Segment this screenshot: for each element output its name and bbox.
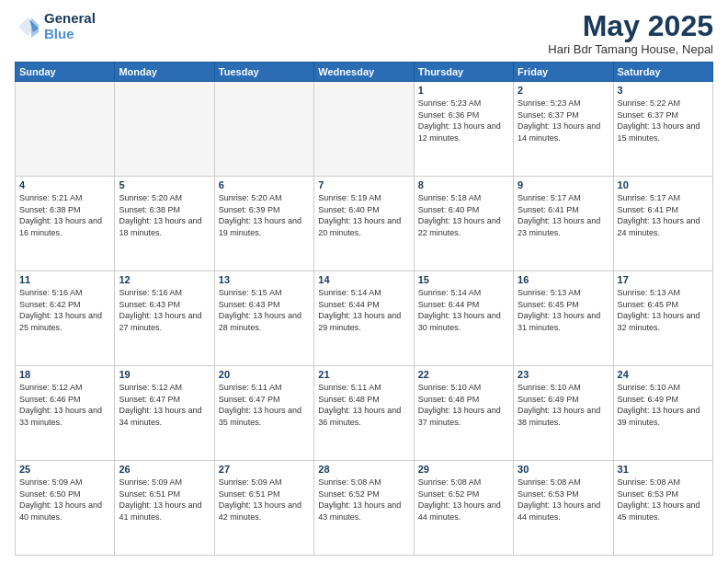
calendar-cell: 3Sunrise: 5:22 AM Sunset: 6:37 PM Daylig… <box>613 82 712 177</box>
day-info: Sunrise: 5:12 AM Sunset: 6:46 PM Dayligh… <box>19 382 110 428</box>
calendar-week-5: 25Sunrise: 5:09 AM Sunset: 6:50 PM Dayli… <box>16 461 713 556</box>
day-number: 15 <box>418 274 509 285</box>
calendar-cell: 25Sunrise: 5:09 AM Sunset: 6:50 PM Dayli… <box>16 461 115 556</box>
day-number: 17 <box>618 274 709 285</box>
day-info: Sunrise: 5:14 AM Sunset: 6:44 PM Dayligh… <box>418 287 509 333</box>
col-tuesday: Tuesday <box>214 63 313 82</box>
logo-line2: Blue <box>44 26 74 41</box>
day-number: 2 <box>518 85 609 96</box>
day-number: 24 <box>618 369 709 380</box>
day-number: 8 <box>418 179 509 190</box>
day-number: 30 <box>518 464 609 475</box>
day-number: 22 <box>418 369 509 380</box>
page: General Blue May 2025 Hari Bdr Tamang Ho… <box>0 0 728 563</box>
calendar-cell: 10Sunrise: 5:17 AM Sunset: 6:41 PM Dayli… <box>613 177 712 271</box>
calendar-cell: 24Sunrise: 5:10 AM Sunset: 6:49 PM Dayli… <box>613 366 712 461</box>
day-info: Sunrise: 5:14 AM Sunset: 6:44 PM Dayligh… <box>318 287 409 333</box>
day-number: 29 <box>418 464 509 475</box>
location-subtitle: Hari Bdr Tamang House, Nepal <box>548 42 713 56</box>
calendar-cell: 4Sunrise: 5:21 AM Sunset: 6:38 PM Daylig… <box>16 177 115 271</box>
calendar-cell: 21Sunrise: 5:11 AM Sunset: 6:48 PM Dayli… <box>314 366 414 461</box>
header: General Blue May 2025 Hari Bdr Tamang Ho… <box>15 11 713 56</box>
day-number: 19 <box>119 369 210 380</box>
calendar-cell: 18Sunrise: 5:12 AM Sunset: 6:46 PM Dayli… <box>16 366 115 461</box>
col-monday: Monday <box>115 63 214 82</box>
day-info: Sunrise: 5:11 AM Sunset: 6:48 PM Dayligh… <box>318 382 409 428</box>
day-number: 6 <box>219 179 310 190</box>
day-number: 14 <box>318 274 409 285</box>
day-info: Sunrise: 5:10 AM Sunset: 6:49 PM Dayligh… <box>518 382 609 428</box>
calendar-cell: 1Sunrise: 5:23 AM Sunset: 6:36 PM Daylig… <box>414 82 513 177</box>
calendar-cell <box>314 82 414 177</box>
month-title: May 2025 <box>548 11 713 40</box>
day-number: 5 <box>119 179 210 190</box>
day-number: 26 <box>119 464 210 475</box>
day-number: 25 <box>19 464 110 475</box>
day-info: Sunrise: 5:10 AM Sunset: 6:48 PM Dayligh… <box>418 382 509 428</box>
calendar-cell: 9Sunrise: 5:17 AM Sunset: 6:41 PM Daylig… <box>514 177 613 271</box>
day-info: Sunrise: 5:18 AM Sunset: 6:40 PM Dayligh… <box>418 192 509 238</box>
day-info: Sunrise: 5:15 AM Sunset: 6:43 PM Dayligh… <box>219 287 310 333</box>
day-info: Sunrise: 5:11 AM Sunset: 6:47 PM Dayligh… <box>219 382 310 428</box>
logo-text: General Blue <box>44 11 96 41</box>
weekday-header-row: Sunday Monday Tuesday Wednesday Thursday… <box>16 63 713 82</box>
day-info: Sunrise: 5:13 AM Sunset: 6:45 PM Dayligh… <box>618 287 709 333</box>
calendar-cell: 19Sunrise: 5:12 AM Sunset: 6:47 PM Dayli… <box>115 366 214 461</box>
day-info: Sunrise: 5:09 AM Sunset: 6:50 PM Dayligh… <box>19 477 110 523</box>
calendar-week-2: 4Sunrise: 5:21 AM Sunset: 6:38 PM Daylig… <box>16 177 713 271</box>
col-thursday: Thursday <box>414 63 513 82</box>
day-number: 4 <box>19 179 110 190</box>
calendar-cell: 30Sunrise: 5:08 AM Sunset: 6:53 PM Dayli… <box>514 461 613 556</box>
day-number: 12 <box>119 274 210 285</box>
calendar-cell: 16Sunrise: 5:13 AM Sunset: 6:45 PM Dayli… <box>514 271 613 366</box>
day-info: Sunrise: 5:08 AM Sunset: 6:53 PM Dayligh… <box>518 477 609 523</box>
calendar-header: Sunday Monday Tuesday Wednesday Thursday… <box>16 63 713 82</box>
day-info: Sunrise: 5:21 AM Sunset: 6:38 PM Dayligh… <box>19 192 110 238</box>
day-info: Sunrise: 5:09 AM Sunset: 6:51 PM Dayligh… <box>219 477 310 523</box>
day-info: Sunrise: 5:08 AM Sunset: 6:53 PM Dayligh… <box>618 477 709 523</box>
calendar-cell: 31Sunrise: 5:08 AM Sunset: 6:53 PM Dayli… <box>613 461 712 556</box>
day-number: 20 <box>219 369 310 380</box>
logo-icon <box>15 14 40 40</box>
col-sunday: Sunday <box>16 63 115 82</box>
day-info: Sunrise: 5:16 AM Sunset: 6:43 PM Dayligh… <box>119 287 210 333</box>
calendar-cell: 11Sunrise: 5:16 AM Sunset: 6:42 PM Dayli… <box>16 271 115 366</box>
calendar-cell <box>115 82 214 177</box>
day-info: Sunrise: 5:23 AM Sunset: 6:37 PM Dayligh… <box>518 98 609 144</box>
calendar-table: Sunday Monday Tuesday Wednesday Thursday… <box>15 62 713 556</box>
calendar-cell: 2Sunrise: 5:23 AM Sunset: 6:37 PM Daylig… <box>514 82 613 177</box>
day-info: Sunrise: 5:22 AM Sunset: 6:37 PM Dayligh… <box>618 98 709 144</box>
day-number: 1 <box>418 85 509 96</box>
day-info: Sunrise: 5:19 AM Sunset: 6:40 PM Dayligh… <box>318 192 409 238</box>
calendar-cell: 6Sunrise: 5:20 AM Sunset: 6:39 PM Daylig… <box>214 177 313 271</box>
day-info: Sunrise: 5:08 AM Sunset: 6:52 PM Dayligh… <box>318 477 409 523</box>
calendar-cell: 13Sunrise: 5:15 AM Sunset: 6:43 PM Dayli… <box>214 271 313 366</box>
calendar-cell: 27Sunrise: 5:09 AM Sunset: 6:51 PM Dayli… <box>214 461 313 556</box>
day-info: Sunrise: 5:16 AM Sunset: 6:42 PM Dayligh… <box>19 287 110 333</box>
day-number: 11 <box>19 274 110 285</box>
day-number: 10 <box>618 179 709 190</box>
day-info: Sunrise: 5:17 AM Sunset: 6:41 PM Dayligh… <box>618 192 709 238</box>
calendar-cell: 26Sunrise: 5:09 AM Sunset: 6:51 PM Dayli… <box>115 461 214 556</box>
calendar-week-4: 18Sunrise: 5:12 AM Sunset: 6:46 PM Dayli… <box>16 366 713 461</box>
day-number: 9 <box>518 179 609 190</box>
day-info: Sunrise: 5:12 AM Sunset: 6:47 PM Dayligh… <box>119 382 210 428</box>
calendar-week-3: 11Sunrise: 5:16 AM Sunset: 6:42 PM Dayli… <box>16 271 713 366</box>
day-number: 3 <box>618 85 709 96</box>
day-info: Sunrise: 5:23 AM Sunset: 6:36 PM Dayligh… <box>418 98 509 144</box>
calendar-cell: 14Sunrise: 5:14 AM Sunset: 6:44 PM Dayli… <box>314 271 414 366</box>
day-number: 27 <box>219 464 310 475</box>
day-info: Sunrise: 5:20 AM Sunset: 6:39 PM Dayligh… <box>219 192 310 238</box>
day-info: Sunrise: 5:09 AM Sunset: 6:51 PM Dayligh… <box>119 477 210 523</box>
calendar-cell: 22Sunrise: 5:10 AM Sunset: 6:48 PM Dayli… <box>414 366 513 461</box>
col-saturday: Saturday <box>613 63 712 82</box>
day-number: 21 <box>318 369 409 380</box>
day-number: 31 <box>618 464 709 475</box>
day-info: Sunrise: 5:08 AM Sunset: 6:52 PM Dayligh… <box>418 477 509 523</box>
day-info: Sunrise: 5:10 AM Sunset: 6:49 PM Dayligh… <box>618 382 709 428</box>
col-wednesday: Wednesday <box>314 63 414 82</box>
logo: General Blue <box>15 11 96 41</box>
day-info: Sunrise: 5:20 AM Sunset: 6:38 PM Dayligh… <box>119 192 210 238</box>
day-info: Sunrise: 5:13 AM Sunset: 6:45 PM Dayligh… <box>518 287 609 333</box>
calendar-cell: 7Sunrise: 5:19 AM Sunset: 6:40 PM Daylig… <box>314 177 414 271</box>
